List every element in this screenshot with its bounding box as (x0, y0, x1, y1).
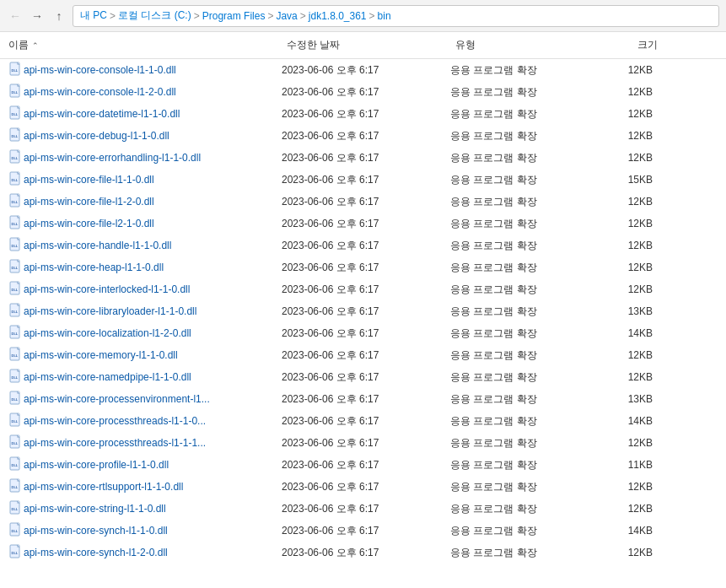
table-row[interactable]: DLL api-ms-win-core-heap-l1-1-0.dll2023-… (0, 256, 726, 278)
table-row[interactable]: DLL api-ms-win-core-processthreads-l1-1-… (0, 432, 726, 454)
address-bar[interactable]: 내 PC > 로컬 디스크 (C:) > Program Files > Jav… (73, 5, 719, 27)
table-row[interactable]: DLL api-ms-win-core-namedpipe-l1-1-0.dll… (0, 366, 726, 388)
svg-text:DLL: DLL (12, 178, 19, 182)
file-name: api-ms-win-core-datetime-l1-1-0.dll (24, 108, 282, 120)
file-size: 13KB (585, 393, 653, 405)
back-button[interactable]: ← (7, 8, 24, 24)
dll-file-icon: DLL (8, 456, 24, 474)
address-part-drive[interactable]: 로컬 디스크 (C:) (118, 8, 191, 23)
col-header-name[interactable]: 이름 ⌃ (8, 38, 287, 52)
table-row[interactable]: DLL api-ms-win-core-profile-l1-1-0.dll20… (0, 454, 726, 476)
table-row[interactable]: DLL api-ms-win-core-file-l2-1-0.dll2023-… (0, 213, 726, 235)
col-header-date[interactable]: 수정한 날짜 (287, 38, 455, 52)
dll-file-icon: DLL (8, 105, 24, 123)
file-date: 2023-06-06 오후 6:17 (282, 63, 450, 78)
address-sep-5: > (369, 10, 375, 22)
file-size: 12KB (585, 196, 653, 208)
file-type: 응용 프로그램 확장 (450, 524, 585, 538)
file-size: 13KB (585, 305, 653, 317)
file-name: api-ms-win-core-interlocked-l1-1-0.dll (24, 283, 282, 295)
svg-text:DLL: DLL (12, 222, 19, 226)
file-name: api-ms-win-core-file-l2-1-0.dll (24, 218, 282, 229)
file-name: api-ms-win-core-profile-l1-1-0.dll (24, 459, 282, 471)
file-type: 응용 프로그램 확장 (450, 348, 585, 363)
file-name: api-ms-win-core-console-l1-1-0.dll (24, 64, 282, 76)
table-row[interactable]: DLL api-ms-win-core-processenvironment-l… (0, 388, 726, 410)
file-size: 12KB (585, 86, 653, 98)
file-size: 11KB (585, 459, 653, 471)
svg-text:DLL: DLL (12, 419, 19, 423)
file-name: api-ms-win-core-synch-l1-2-0.dll (24, 547, 282, 558)
file-size: 12KB (585, 371, 653, 383)
dll-file-icon: DLL (8, 62, 24, 79)
file-date: 2023-06-06 오후 6:17 (282, 436, 450, 450)
svg-text:DLL: DLL (12, 485, 19, 489)
dll-file-icon: DLL (8, 84, 24, 101)
address-part-bin[interactable]: bin (378, 10, 391, 22)
forward-button[interactable]: → (29, 8, 46, 24)
table-row[interactable]: DLL api-ms-win-core-interlocked-l1-1-0.d… (0, 278, 726, 300)
table-row[interactable]: DLL api-ms-win-core-rtlsupport-l1-1-0.dl… (0, 476, 726, 498)
col-header-size[interactable]: 크기 (590, 38, 658, 52)
svg-text:DLL: DLL (12, 244, 19, 248)
file-date: 2023-06-06 오후 6:17 (282, 305, 450, 319)
address-part-programfiles[interactable]: Program Files (202, 10, 266, 22)
file-date: 2023-06-06 오후 6:17 (282, 195, 450, 209)
file-size: 12KB (585, 349, 653, 361)
file-name: api-ms-win-core-processthreads-l1-1-1... (24, 437, 282, 449)
file-type: 응용 프로그램 확장 (450, 173, 585, 187)
file-type: 응용 프로그램 확장 (450, 436, 585, 450)
file-date: 2023-06-06 오후 6:17 (282, 524, 450, 538)
file-name: api-ms-win-core-memory-l1-1-0.dll (24, 349, 282, 361)
table-row[interactable]: DLL api-ms-win-core-file-l1-2-0.dll2023-… (0, 191, 726, 213)
sort-arrow-icon: ⌃ (32, 41, 39, 50)
file-date: 2023-06-06 오후 6:17 (282, 502, 450, 516)
table-row[interactable]: DLL api-ms-win-core-console-l1-1-0.dll20… (0, 59, 726, 81)
file-name: api-ms-win-core-namedpipe-l1-1-0.dll (24, 371, 282, 383)
file-type: 응용 프로그램 확장 (450, 502, 585, 516)
table-row[interactable]: DLL api-ms-win-core-errorhandling-l1-1-0… (0, 147, 726, 169)
file-date: 2023-06-06 오후 6:17 (282, 283, 450, 297)
table-row[interactable]: DLL api-ms-win-core-memory-l1-1-0.dll202… (0, 344, 726, 366)
file-name: api-ms-win-core-file-l1-1-0.dll (24, 174, 282, 186)
file-name: api-ms-win-core-processenvironment-l1... (24, 393, 282, 405)
file-name: api-ms-win-core-file-l1-2-0.dll (24, 196, 282, 208)
dll-file-icon: DLL (8, 369, 24, 386)
file-type: 응용 프로그램 확장 (450, 480, 585, 494)
svg-text:DLL: DLL (12, 353, 19, 358)
file-type: 응용 프로그램 확장 (450, 458, 585, 472)
address-part-pc[interactable]: 내 PC (80, 8, 107, 23)
table-row[interactable]: DLL api-ms-win-core-localization-l1-2-0.… (0, 322, 726, 344)
dll-file-icon: DLL (8, 193, 24, 211)
file-size: 12KB (585, 503, 653, 515)
file-type: 응용 프로그램 확장 (450, 107, 585, 121)
address-sep-2: > (194, 10, 200, 22)
table-row[interactable]: DLL api-ms-win-core-console-l1-2-0.dll20… (0, 81, 726, 103)
table-row[interactable]: DLL api-ms-win-core-string-l1-1-0.dll202… (0, 498, 726, 520)
file-name: api-ms-win-core-localization-l1-2-0.dll (24, 327, 282, 339)
file-size: 12KB (585, 437, 653, 449)
table-row[interactable]: DLL api-ms-win-core-processthreads-l1-1-… (0, 410, 726, 432)
table-row[interactable]: DLL api-ms-win-core-synch-l1-1-0.dll2023… (0, 520, 726, 542)
table-row[interactable]: DLL api-ms-win-core-datetime-l1-1-0.dll2… (0, 103, 726, 125)
table-row[interactable]: DLL api-ms-win-core-synch-l1-2-0.dll2023… (0, 542, 726, 564)
table-row[interactable]: DLL api-ms-win-core-libraryloader-l1-1-0… (0, 300, 726, 322)
dll-file-icon: DLL (8, 259, 24, 277)
file-name: api-ms-win-core-processthreads-l1-1-0... (24, 415, 282, 427)
file-date: 2023-06-06 오후 6:17 (282, 392, 450, 407)
file-name: api-ms-win-core-libraryloader-l1-1-0.dll (24, 305, 282, 317)
svg-text:DLL: DLL (12, 156, 19, 160)
table-row[interactable]: DLL api-ms-win-core-handle-l1-1-0.dll202… (0, 235, 726, 256)
file-name: api-ms-win-core-rtlsupport-l1-1-0.dll (24, 481, 282, 493)
file-size: 14KB (585, 415, 653, 427)
address-part-jdk[interactable]: jdk1.8.0_361 (309, 10, 367, 22)
file-type: 응용 프로그램 확장 (450, 305, 585, 319)
table-row[interactable]: DLL api-ms-win-core-file-l1-1-0.dll2023-… (0, 169, 726, 191)
col-header-type[interactable]: 유형 (455, 38, 590, 52)
file-size: 12KB (585, 262, 653, 273)
up-button[interactable]: ↑ (51, 8, 67, 24)
table-row[interactable]: DLL api-ms-win-core-debug-l1-1-0.dll2023… (0, 125, 726, 147)
file-size: 12KB (585, 283, 653, 295)
dll-file-icon: DLL (8, 478, 24, 496)
address-part-java[interactable]: Java (276, 10, 297, 22)
